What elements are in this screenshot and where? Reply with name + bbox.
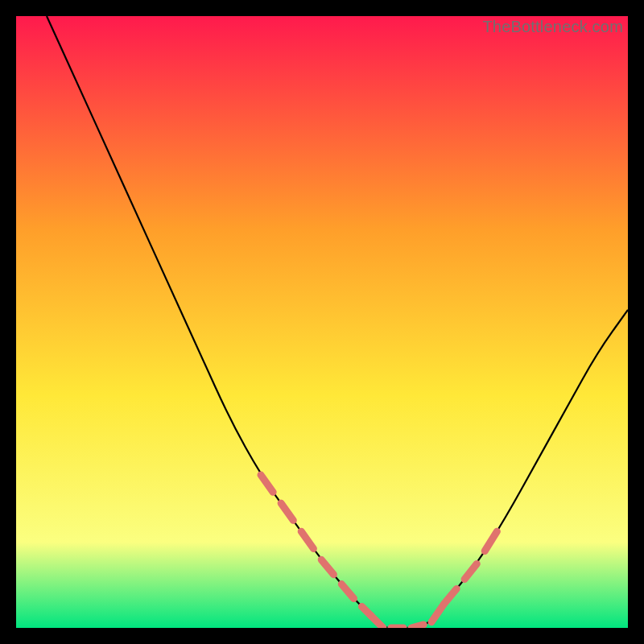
chart-canvas bbox=[16, 16, 628, 628]
gradient-background bbox=[16, 16, 628, 628]
watermark-text: TheBottleneck.com bbox=[482, 18, 623, 36]
chart-frame: TheBottleneck.com bbox=[16, 16, 628, 628]
svg-line-8 bbox=[411, 625, 423, 628]
